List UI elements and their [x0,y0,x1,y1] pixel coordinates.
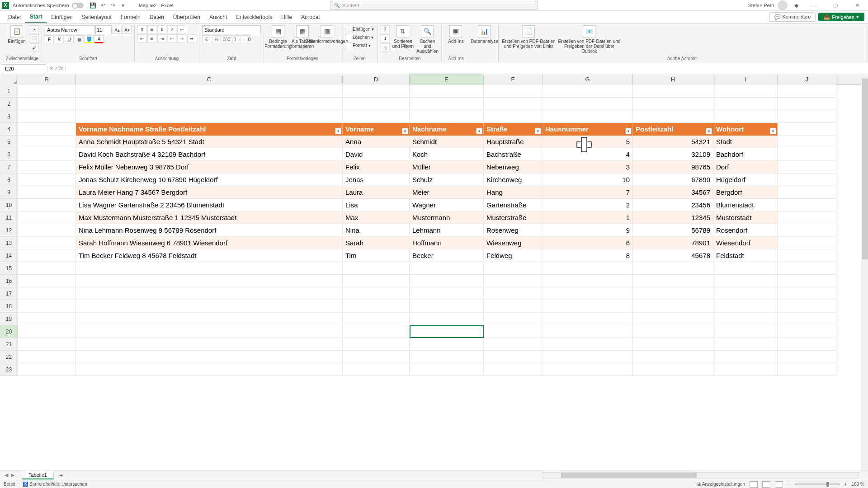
filter-dropdown-icon[interactable]: ▾ [770,128,776,134]
align-top-icon[interactable]: ⬆ [137,25,146,33]
cell[interactable] [343,313,410,325]
cell[interactable] [18,325,76,338]
create-pdf-links-button[interactable]: 📄Erstellen von PDF-Dateien und Freigeben… [501,25,556,49]
align-right-icon[interactable]: ⇥ [157,34,166,42]
cell[interactable] [76,262,343,275]
cell[interactable] [633,85,713,98]
cell[interactable]: Hang [484,186,542,199]
cell[interactable]: 23456 [633,199,713,211]
zoom-level[interactable]: 160 % [852,482,864,487]
column-header[interactable]: D [343,74,410,85]
cell[interactable] [633,287,713,300]
cell[interactable] [18,300,76,313]
addins-button[interactable]: ▣Add-Ins [444,25,467,44]
cell[interactable] [484,287,542,300]
diamond-icon[interactable]: ◆ [792,1,800,9]
cell[interactable] [18,211,76,224]
cell[interactable] [76,98,343,110]
fill-down-icon[interactable]: ⬇ [381,34,390,42]
cell[interactable] [778,237,836,249]
merge-icon[interactable]: ⬌ [187,34,196,42]
cell[interactable] [778,262,836,275]
cell[interactable] [410,313,484,325]
cell[interactable] [410,262,484,275]
cell[interactable]: Vorname Nachname Straße Postleitzahl▾ [76,123,343,136]
cell[interactable] [343,98,410,110]
tab-file[interactable]: Datei [4,12,25,22]
cell[interactable]: 98765 [633,161,713,174]
cell[interactable]: Jonas Schulz Kirchenweg 10 67890 Hügeldo… [76,174,343,186]
cell[interactable]: Laura [343,186,410,199]
cell[interactable]: Sarah [343,237,410,249]
cut-icon[interactable]: ✂ [30,25,39,33]
conditional-format-button[interactable]: ▤Bedingte Formatierung [267,25,289,49]
cell[interactable]: Schmidt [410,136,484,148]
cell[interactable] [713,338,778,351]
cell[interactable] [18,262,76,275]
cell[interactable]: Wiesenweg [484,237,542,249]
cell[interactable]: 4 [542,148,633,161]
format-as-table-button[interactable]: ▦Als Tabelle formatieren [291,25,314,49]
cell[interactable] [484,300,542,313]
cell[interactable] [18,224,76,237]
cell[interactable] [542,110,633,123]
cell[interactable] [778,161,836,174]
cell[interactable]: 45678 [633,249,713,262]
sheet-prev-icon[interactable]: ◀ [5,472,8,478]
cell[interactable]: 32109 [633,148,713,161]
cell[interactable] [778,85,836,98]
cell[interactable] [778,123,836,136]
cell[interactable] [778,98,836,110]
cell[interactable]: 67890 [633,174,713,186]
cell[interactable] [542,313,633,325]
cell[interactable]: Bachdorf [713,148,778,161]
cell[interactable]: Hausnummer▾ [542,123,633,136]
cell[interactable]: 2 [542,199,633,211]
close-icon[interactable]: ✕ [848,0,866,11]
autosum-icon[interactable]: Σ [381,25,390,33]
redo-icon[interactable]: ↷ [109,1,117,9]
cell[interactable] [343,325,410,338]
cell[interactable] [542,300,633,313]
cell[interactable]: 5 [542,136,633,148]
name-box[interactable] [2,64,45,73]
cell[interactable]: Kirchenweg [484,174,542,186]
cell[interactable]: Hügeldorf [713,174,778,186]
cell[interactable] [410,351,484,363]
cell[interactable] [343,287,410,300]
cell[interactable] [778,110,836,123]
thousands-icon[interactable]: 000 [222,35,231,43]
add-sheet-button[interactable]: + [57,472,66,479]
zoom-slider[interactable] [795,483,840,485]
column-header[interactable]: I [713,74,778,85]
cell[interactable]: 1 [542,211,633,224]
cell[interactable]: Jonas [343,174,410,186]
cell[interactable]: Nebenweg [484,161,542,174]
qat-customize-icon[interactable]: ▾ [119,1,127,9]
cell[interactable] [713,313,778,325]
column-header[interactable]: H [633,74,713,85]
underline-icon[interactable]: U [65,35,74,43]
cell[interactable] [713,363,778,376]
cell[interactable]: Dorf [713,161,778,174]
row-header[interactable]: 10 [0,199,18,211]
cell[interactable] [778,363,836,376]
cell[interactable] [18,363,76,376]
cell[interactable] [76,363,343,376]
row-header[interactable]: 14 [0,249,18,262]
worksheet-grid[interactable]: B C D E F G H I J 1234Vorname Nachname S… [0,74,868,470]
cell[interactable] [18,161,76,174]
cell[interactable] [18,136,76,148]
formula-input[interactable] [66,64,868,73]
cell[interactable] [778,174,836,186]
user-name[interactable]: Stefan Petri [748,3,774,8]
cell[interactable]: Tim [343,249,410,262]
cell[interactable]: 3 [542,161,633,174]
cell[interactable] [18,123,76,136]
share-button[interactable]: 📤 Freigeben ▾ [818,13,864,21]
filter-dropdown-icon[interactable]: ▾ [402,128,408,134]
cell[interactable]: 12345 [633,211,713,224]
row-header[interactable]: 21 [0,338,18,351]
cell[interactable]: Felix [343,161,410,174]
enter-formula-icon[interactable]: ✓ [54,66,58,71]
